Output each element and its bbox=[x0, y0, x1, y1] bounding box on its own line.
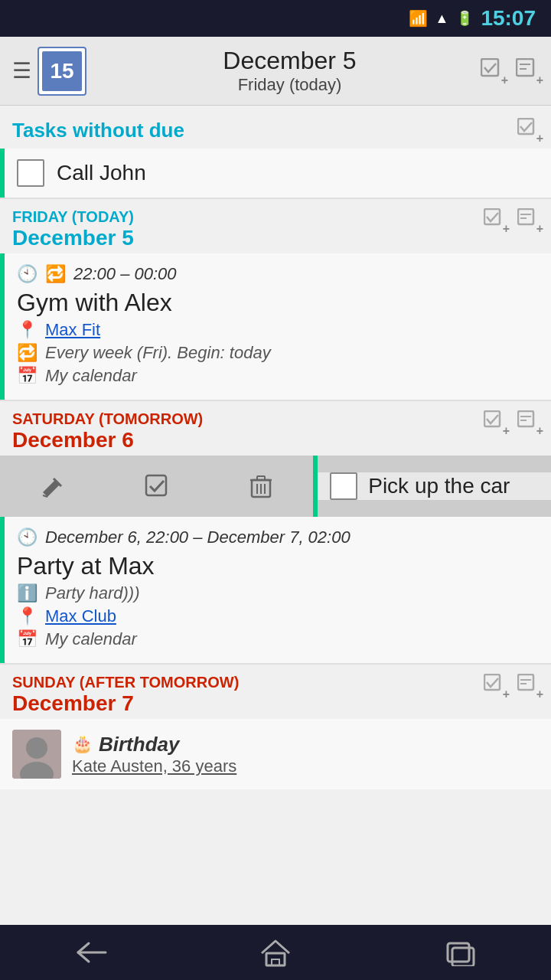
friday-title-block: FRIDAY (TODAY) December 5 bbox=[12, 208, 134, 250]
recents-button[interactable] bbox=[429, 929, 490, 975]
add-task-header-button[interactable]: + bbox=[481, 58, 504, 84]
menu-button[interactable]: ☰ bbox=[12, 58, 31, 83]
signal-icon: ▲ bbox=[435, 11, 449, 27]
friday-add-note-button[interactable]: + bbox=[517, 208, 539, 233]
friday-section-header: FRIDAY (TODAY) December 5 + + bbox=[0, 198, 551, 253]
saturday-day-label: SATURDAY (TOMORROW) bbox=[12, 410, 203, 428]
friday-section-actions: + + bbox=[484, 208, 539, 233]
svg-rect-6 bbox=[518, 209, 533, 224]
app-logo: 15 bbox=[37, 47, 86, 96]
friday-day-label: FRIDAY (TODAY) bbox=[12, 208, 134, 226]
event-left-bar-gym bbox=[0, 253, 5, 400]
sunday-section-actions: + + bbox=[484, 674, 539, 698]
add-note-header-button[interactable]: + bbox=[516, 58, 539, 84]
birthday-title: Birthday bbox=[99, 733, 179, 756]
calendar-icon-party: 📅 bbox=[17, 629, 37, 649]
event-location-gym[interactable]: Max Fit bbox=[45, 320, 100, 340]
event-location-gym-row: 📍 Max Fit bbox=[17, 320, 539, 340]
event-info-party: Party hard))) bbox=[45, 583, 139, 603]
saturday-section-actions: + + bbox=[484, 410, 539, 435]
swipe-task-area: Pick up the car bbox=[318, 472, 551, 500]
saturday-add-note-button[interactable]: + bbox=[517, 410, 539, 435]
status-time: 15:07 bbox=[481, 6, 536, 31]
status-icons: 📶 ▲ 🔋 15:07 bbox=[409, 6, 536, 31]
header-day: Friday (today) bbox=[99, 75, 481, 95]
location-icon-gym: 📍 bbox=[17, 320, 37, 340]
event-time-gym: 22:00 – 00:00 bbox=[73, 264, 177, 284]
pickup-car-label: Pick up the car bbox=[368, 474, 510, 498]
svg-rect-1 bbox=[517, 59, 533, 76]
event-calendar-party: My calendar bbox=[45, 629, 137, 649]
svg-rect-17 bbox=[257, 476, 265, 480]
birthday-row: 🎂 Birthday Kate Austen, 36 years bbox=[0, 719, 551, 789]
svg-point-26 bbox=[26, 737, 47, 759]
status-bar: 📶 ▲ 🔋 15:07 bbox=[0, 0, 551, 37]
event-location-party[interactable]: Max Club bbox=[45, 606, 116, 626]
event-title-party: Party at Max bbox=[17, 552, 539, 580]
bottom-nav bbox=[0, 925, 551, 980]
complete-swipe-button[interactable] bbox=[104, 456, 208, 517]
tasks-without-due-title: Tasks without due bbox=[12, 119, 184, 142]
birthday-info: 🎂 Birthday Kate Austen, 36 years bbox=[72, 733, 236, 776]
saturday-date-label: December 6 bbox=[12, 428, 203, 452]
sunday-add-task-button[interactable]: + bbox=[484, 674, 505, 698]
event-time-row-gym: 🕙 🔁 22:00 – 00:00 bbox=[17, 264, 539, 284]
birthday-icon: 🎂 bbox=[72, 734, 93, 754]
task-label-call-john: Call John bbox=[57, 161, 146, 185]
pickup-car-checkbox[interactable] bbox=[330, 472, 357, 500]
main-content: Tasks without due + Call John FRIDAY (TO… bbox=[0, 106, 551, 925]
tasks-without-due-header: Tasks without due + bbox=[0, 106, 551, 149]
battery-icon: 🔋 bbox=[456, 10, 473, 27]
svg-rect-0 bbox=[481, 59, 498, 76]
saturday-section-header: SATURDAY (TOMORROW) December 6 + + bbox=[0, 400, 551, 456]
add-task-plus: + bbox=[501, 74, 508, 87]
svg-rect-22 bbox=[518, 675, 533, 690]
event-location-party-row: 📍 Max Club bbox=[17, 606, 539, 626]
location-icon-party: 📍 bbox=[17, 606, 37, 626]
back-button[interactable] bbox=[61, 929, 122, 975]
home-button[interactable] bbox=[245, 929, 306, 975]
delete-swipe-button[interactable] bbox=[209, 456, 313, 517]
event-time-row-party: 🕙 December 6, 22:00 – December 7, 02:00 bbox=[17, 528, 539, 547]
swipe-action-row: Pick up the car bbox=[0, 456, 551, 517]
repeat-icon: 🔁 bbox=[45, 264, 66, 284]
calendar-icon-gym: 📅 bbox=[17, 366, 37, 386]
event-calendar-gym: My calendar bbox=[45, 366, 137, 386]
svg-rect-31 bbox=[452, 948, 474, 966]
event-left-bar-party bbox=[0, 517, 5, 663]
sunday-add-note-button[interactable]: + bbox=[517, 674, 539, 698]
birthday-avatar bbox=[12, 730, 61, 779]
info-icon-party: ℹ️ bbox=[17, 583, 37, 603]
edit-swipe-button[interactable] bbox=[0, 456, 104, 517]
sunday-day-label: SUNDAY (AFTER TOMORROW) bbox=[12, 674, 239, 691]
saturday-add-task-button[interactable]: + bbox=[484, 410, 505, 435]
repeat-icon-gym: 🔁 bbox=[17, 343, 37, 363]
avatar-placeholder bbox=[12, 730, 61, 779]
event-title-gym: Gym with Alex bbox=[17, 289, 539, 317]
svg-rect-10 bbox=[518, 411, 533, 426]
event-repeat-gym-row: 🔁 Every week (Fri). Begin: today bbox=[17, 343, 539, 363]
svg-rect-14 bbox=[146, 475, 166, 495]
task-left-bar bbox=[0, 149, 5, 198]
header-date: December 5 bbox=[99, 47, 481, 75]
task-checkbox-call-john[interactable] bbox=[17, 159, 44, 187]
logo-number: 15 bbox=[42, 51, 82, 91]
friday-date-label: December 5 bbox=[12, 226, 134, 250]
wifi-icon: 📶 bbox=[409, 9, 428, 28]
sunday-section-header: SUNDAY (AFTER TOMORROW) December 7 + + bbox=[0, 664, 551, 719]
add-task-plus-icon: + bbox=[536, 132, 543, 145]
add-task-button[interactable]: + bbox=[517, 118, 539, 142]
header-actions: + + bbox=[481, 58, 539, 84]
event-party-at-max: 🕙 December 6, 22:00 – December 7, 02:00 … bbox=[0, 517, 551, 664]
event-gym-with-alex: 🕙 🔁 22:00 – 00:00 Gym with Alex 📍 Max Fi… bbox=[0, 253, 551, 400]
event-cal-party-row: 📅 My calendar bbox=[17, 629, 539, 649]
event-cal-gym-row: 📅 My calendar bbox=[17, 366, 539, 386]
friday-add-task-button[interactable]: + bbox=[484, 208, 505, 233]
birthday-person[interactable]: Kate Austen, 36 years bbox=[72, 756, 236, 776]
sunday-date-label: December 7 bbox=[12, 691, 239, 716]
top-header: ☰ 15 December 5 Friday (today) + + bbox=[0, 37, 551, 106]
event-repeat-gym: Every week (Fri). Begin: today bbox=[45, 343, 271, 363]
add-note-plus: + bbox=[536, 74, 543, 87]
event-time-party: December 6, 22:00 – December 7, 02:00 bbox=[45, 528, 350, 547]
event-info-party-row: ℹ️ Party hard))) bbox=[17, 583, 539, 603]
